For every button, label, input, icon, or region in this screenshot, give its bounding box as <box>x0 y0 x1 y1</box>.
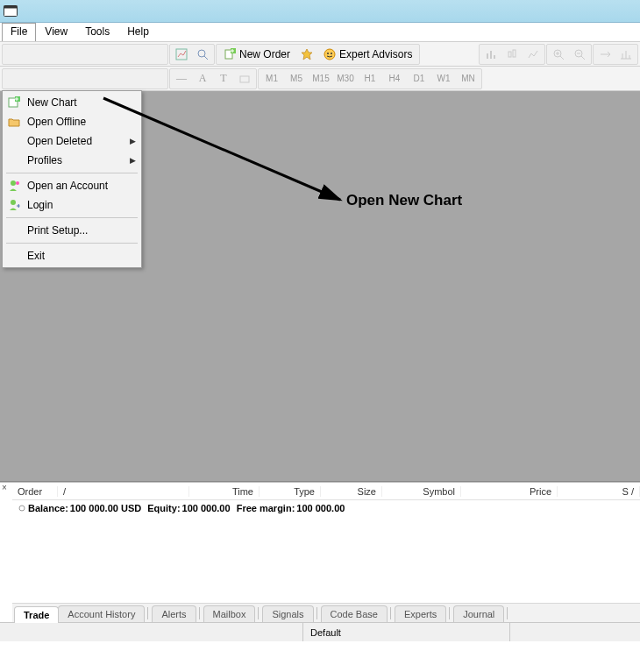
tab-code-base[interactable]: Code Base <box>321 605 388 622</box>
timeframe-h4[interactable]: H4 <box>383 70 406 88</box>
tab-alerts[interactable]: Alerts <box>152 605 196 622</box>
folder-icon <box>6 115 22 129</box>
close-icon[interactable]: × <box>2 485 11 493</box>
svg-point-8 <box>324 49 335 60</box>
shift-tool-icon[interactable] <box>616 46 636 63</box>
expert-advisors-icon <box>324 48 336 60</box>
terminal-tabs: Trade Account History Alerts Mailbox Sig… <box>12 603 640 622</box>
new-order-button[interactable]: New Order <box>218 46 295 63</box>
file-menu-open-account[interactable]: Open an Account <box>3 176 141 195</box>
timeframe-m5[interactable]: M5 <box>285 70 308 88</box>
tab-experts[interactable]: Experts <box>395 605 446 622</box>
objects-tool-icon[interactable] <box>235 70 254 88</box>
file-menu-exit[interactable]: Exit <box>3 246 141 265</box>
tab-signals[interactable]: Signals <box>262 605 313 622</box>
workspace: New Chart Open Offline Open Deleted ▶ Pr… <box>0 91 640 482</box>
toolbar-row-1: New Order Expert Advisors <box>0 42 640 67</box>
timeframe-m30[interactable]: M30 <box>334 70 357 88</box>
svg-point-3 <box>198 50 205 57</box>
file-menu-open-offline[interactable]: Open Offline <box>3 112 141 131</box>
balance-row[interactable]: Balance: 100 000.00 USD Equity: 100 000.… <box>12 500 640 516</box>
statusbar: Default <box>0 622 640 641</box>
col-s[interactable]: S / <box>558 486 640 497</box>
timeframe-w1[interactable]: W1 <box>432 70 455 88</box>
zoom-tool-icon[interactable] <box>193 46 212 63</box>
submenu-arrow-icon: ▶ <box>130 137 136 145</box>
svg-point-22 <box>11 200 16 205</box>
file-menu-profiles[interactable]: Profiles ▶ <box>3 151 141 170</box>
text-label-icon[interactable]: T <box>214 70 233 88</box>
menubar: File View Tools Help <box>0 23 640 42</box>
timeframe-d1[interactable]: D1 <box>408 70 430 88</box>
chart-tool-icon[interactable] <box>172 46 191 63</box>
col-size[interactable]: Size <box>321 486 382 497</box>
expert-advisors-button[interactable]: Expert Advisors <box>318 46 417 63</box>
menu-help[interactable]: Help <box>118 23 158 41</box>
svg-line-4 <box>204 56 208 60</box>
svg-line-16 <box>581 56 585 60</box>
col-time[interactable]: Time <box>189 486 260 497</box>
titlebar <box>0 0 640 23</box>
annotation-label: Open New Chart <box>346 192 462 209</box>
equity-label: Equity: <box>147 503 180 513</box>
balance-label: Balance: <box>28 503 68 513</box>
balance-dot-icon <box>18 504 26 513</box>
timeframe-m1[interactable]: M1 <box>260 70 283 88</box>
menu-separator <box>6 243 138 244</box>
file-menu-print-setup[interactable]: Print Setup... <box>3 221 141 240</box>
menu-view[interactable]: View <box>36 23 76 41</box>
line-chart-icon[interactable] <box>523 46 543 63</box>
col-sort[interactable]: / <box>58 486 189 497</box>
app-icon <box>4 5 18 18</box>
horizontal-line-icon[interactable]: — <box>172 70 191 88</box>
bar-chart-icon[interactable] <box>481 46 501 63</box>
timeframe-mn[interactable]: MN <box>457 70 480 88</box>
col-order[interactable]: Order <box>12 486 58 497</box>
new-chart-icon <box>6 95 22 110</box>
svg-line-14 <box>560 56 564 60</box>
new-order-label: New Order <box>239 48 290 60</box>
menu-tools[interactable]: Tools <box>76 23 118 41</box>
tab-account-history[interactable]: Account History <box>58 605 145 622</box>
zoom-out-icon[interactable] <box>570 46 589 63</box>
status-cell-help <box>0 623 302 641</box>
svg-marker-7 <box>302 49 312 60</box>
status-cell-profile[interactable]: Default <box>302 623 509 641</box>
submenu-arrow-icon: ▶ <box>130 156 136 165</box>
svg-point-20 <box>11 180 16 186</box>
equity-value: 100 000.00 <box>182 503 231 513</box>
svg-point-10 <box>331 53 332 54</box>
svg-point-24 <box>19 506 25 511</box>
terminal-header-row: Order / Time Type Size Symbol Price S / <box>12 483 640 500</box>
candle-chart-icon[interactable] <box>502 46 522 63</box>
text-tool-icon[interactable]: A <box>193 70 212 88</box>
tab-journal[interactable]: Journal <box>453 605 504 622</box>
col-symbol[interactable]: Symbol <box>382 486 461 497</box>
tab-trade[interactable]: Trade <box>14 606 59 623</box>
expert-advisors-label: Expert Advisors <box>339 48 412 60</box>
col-price[interactable]: Price <box>461 486 558 497</box>
terminal-vertical-label: Terminal <box>0 569 1 603</box>
col-type[interactable]: Type <box>260 486 321 497</box>
new-order-icon <box>224 48 236 60</box>
status-cell-connection <box>509 623 640 641</box>
user-green-icon <box>6 179 22 193</box>
menu-separator <box>6 217 138 218</box>
svg-rect-11 <box>508 52 511 57</box>
scroll-tool-icon[interactable] <box>595 46 615 63</box>
zoom-in-icon[interactable] <box>549 46 568 63</box>
file-menu-login[interactable]: Login <box>3 195 141 215</box>
autotrading-icon[interactable] <box>297 46 316 63</box>
timeframe-m15[interactable]: M15 <box>309 70 332 88</box>
timeframe-h1[interactable]: H1 <box>359 70 381 88</box>
terminal-panel: × Terminal Order / Time Type Size Symbol… <box>0 482 640 622</box>
svg-point-9 <box>327 53 329 54</box>
margin-label: Free margin: <box>237 503 295 513</box>
tab-mailbox[interactable]: Mailbox <box>203 605 256 622</box>
menu-file[interactable]: File <box>2 23 36 41</box>
file-menu-new-chart[interactable]: New Chart <box>3 93 141 112</box>
svg-rect-17 <box>240 76 249 82</box>
file-menu-dropdown: New Chart Open Offline Open Deleted ▶ Pr… <box>2 90 142 268</box>
file-menu-open-deleted[interactable]: Open Deleted ▶ <box>3 131 141 151</box>
margin-value: 100 000.00 <box>296 503 345 513</box>
